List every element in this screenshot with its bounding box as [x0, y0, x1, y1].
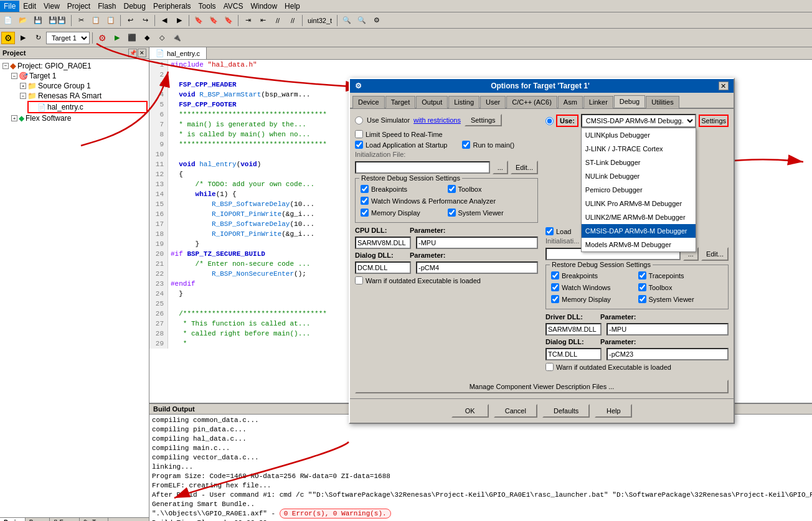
tab-boo[interactable]: Boo... — [26, 518, 50, 521]
tab-asm[interactable]: Asm — [558, 96, 583, 108]
tree-item-source-group[interactable]: + 📁 Source Group 1 — [19, 81, 148, 91]
watch-cb-left[interactable] — [361, 197, 369, 205]
debugger-option-1[interactable]: J-LINK / J-TRACE Cortex — [582, 142, 696, 156]
cpu-dll-input-left[interactable] — [355, 237, 411, 249]
ok-btn[interactable]: OK — [451, 404, 489, 418]
tab-user[interactable]: User — [480, 96, 506, 108]
nav-fwd-btn[interactable]: ▶ — [172, 14, 186, 27]
init-file-edit-btn[interactable]: Edit... — [511, 161, 538, 174]
debug4-btn[interactable]: ◇ — [155, 31, 169, 45]
cpu-param-input-left[interactable] — [416, 237, 538, 249]
tab-fun[interactable]: {} Fun... — [50, 518, 80, 521]
tab-listing[interactable]: Listing — [448, 96, 479, 108]
debugger-option-8[interactable]: Models ARMv8-M Debugger — [582, 238, 696, 251]
bookmark2-btn[interactable]: 🔖 — [207, 14, 220, 27]
menu-avcs[interactable]: AVCS — [220, 1, 247, 12]
right-settings-btn[interactable]: Settings — [699, 115, 729, 127]
options-dialog[interactable]: ⚙ Options for Target 'Target 1' ✕ Device… — [349, 78, 735, 424]
menu-help[interactable]: Help — [281, 1, 304, 12]
sys-viewer-cb-left[interactable] — [448, 209, 456, 217]
debugger-option-3[interactable]: NULink Debugger — [582, 169, 696, 183]
init-file-browse-btn[interactable]: ... — [493, 161, 508, 174]
menu-peripherals[interactable]: Peripherals — [149, 1, 195, 12]
load-app-cb[interactable] — [355, 141, 363, 149]
debug5-btn[interactable]: 🔌 — [170, 31, 184, 45]
tree-item-hal-entry[interactable]: 📄 hal_entry.c — [27, 101, 148, 113]
debugger-dropdown[interactable]: ULINKplus Debugger J-LINK / J-TRACE Cort… — [581, 128, 696, 252]
options-btn[interactable]: ⚙ — [95, 31, 109, 45]
use-debugger-radio[interactable] — [545, 117, 554, 125]
tab-debug[interactable]: Debug — [614, 95, 645, 108]
compile-btn[interactable]: ▶ — [16, 31, 30, 45]
tab-target[interactable]: Target — [385, 96, 416, 108]
warn-cb-left[interactable] — [355, 276, 363, 284]
tab-linker[interactable]: Linker — [583, 96, 613, 108]
tab-cppac6[interactable]: C/C++ (AC6) — [506, 96, 557, 108]
tab-te[interactable]: 0> Te... — [80, 518, 108, 521]
menu-file[interactable]: File — [0, 1, 19, 12]
debugger-option-0[interactable]: ULINKplus Debugger — [582, 128, 696, 142]
save-all-btn[interactable]: 💾💾 — [46, 14, 68, 27]
debugger-option-6[interactable]: ULINK2/ME ARMv8-M Debugger — [582, 210, 696, 224]
load-cb-right[interactable] — [545, 227, 554, 235]
tree-item-renesas[interactable]: − 📁 Renesas RA Smart — [19, 91, 148, 101]
warn-cb-right[interactable] — [545, 363, 554, 371]
expand-source[interactable]: + — [20, 83, 26, 89]
bookmark3-btn[interactable]: 🔖 — [222, 14, 235, 27]
menu-project[interactable]: Project — [64, 1, 94, 12]
tracepoints-cb-right[interactable] — [638, 271, 646, 279]
expand-target[interactable]: − — [11, 73, 17, 79]
cpu-param-input-right[interactable] — [607, 323, 729, 336]
undo-btn[interactable]: ↩ — [123, 14, 137, 27]
panel-pin-btn[interactable]: 📌 — [128, 49, 137, 57]
rebuild-btn[interactable]: ↻ — [31, 31, 45, 45]
dialog-param-input-left[interactable] — [416, 261, 538, 274]
zoom-btn[interactable]: 🔍 — [340, 14, 354, 27]
build-content[interactable]: compiling common_data.c... compiling pin… — [149, 415, 812, 521]
debug2-btn[interactable]: ⬛ — [125, 31, 139, 45]
debug3-btn[interactable]: ◆ — [140, 31, 154, 45]
sys-viewer-cb-right[interactable] — [638, 295, 646, 303]
init-file-input[interactable] — [355, 161, 490, 174]
nav-back-btn[interactable]: ◀ — [158, 14, 171, 27]
comment-btn[interactable]: // — [271, 14, 285, 27]
build-btn[interactable]: ⚙ — [1, 32, 15, 44]
editor-tab-hal[interactable]: 📄 hal_entry.c — [149, 47, 207, 59]
debug-start-btn[interactable]: ▶ — [110, 31, 124, 45]
use-simulator-radio[interactable] — [355, 116, 363, 124]
dialog-close-btn[interactable]: ✕ — [719, 82, 729, 90]
open-btn[interactable]: 📂 — [16, 14, 30, 27]
save-btn[interactable]: 💾 — [31, 14, 45, 27]
expand-flex[interactable]: + — [11, 115, 17, 121]
mem-cb-right[interactable] — [551, 295, 559, 303]
menu-view[interactable]: View — [40, 1, 64, 12]
tab-utilities[interactable]: Utilities — [646, 96, 679, 108]
redo-btn[interactable]: ↪ — [138, 14, 152, 27]
menu-tools[interactable]: Tools — [195, 1, 220, 12]
limit-speed-cb[interactable] — [355, 130, 363, 138]
bookmark-btn[interactable]: 🔖 — [192, 14, 205, 27]
tab-device[interactable]: Device — [352, 96, 385, 108]
target-select[interactable]: Target 1 — [46, 32, 90, 44]
with-restrictions-link[interactable]: with restrictions — [413, 116, 461, 124]
menu-window[interactable]: Window — [247, 1, 281, 12]
debugger-option-4[interactable]: Pemicro Debugger — [582, 183, 696, 197]
cut-btn[interactable]: ✂ — [74, 14, 88, 27]
toolbox-cb-left[interactable] — [448, 185, 456, 193]
dialog-dll-input-left[interactable] — [355, 261, 411, 274]
init-edit-btn-right[interactable]: Edit... — [701, 247, 729, 261]
run-to-main-cb[interactable] — [462, 141, 470, 149]
find-btn[interactable]: 🔍 — [355, 14, 369, 27]
paste-btn[interactable]: 📋 — [104, 14, 118, 27]
copy-btn[interactable]: 📋 — [89, 14, 103, 27]
dialog-dll-input-right[interactable] — [545, 348, 602, 360]
menu-edit[interactable]: Edit — [19, 1, 40, 12]
panel-close-btn[interactable]: ✕ — [138, 49, 146, 57]
cpu-dll-input-right[interactable] — [545, 323, 602, 336]
debugger-select[interactable]: CMSIS-DAP ARMv8-M Debugg... — [581, 114, 696, 128]
dialog-param-input-right[interactable] — [607, 348, 729, 360]
breakpoints-cb-left[interactable] — [361, 185, 369, 193]
tree-item-project[interactable]: − ◆ Project: GPIO_RA0E1 — [1, 60, 148, 71]
help-btn[interactable]: Help — [595, 404, 632, 418]
manage-btn[interactable]: Manage Component Viewer Description File… — [355, 380, 729, 393]
